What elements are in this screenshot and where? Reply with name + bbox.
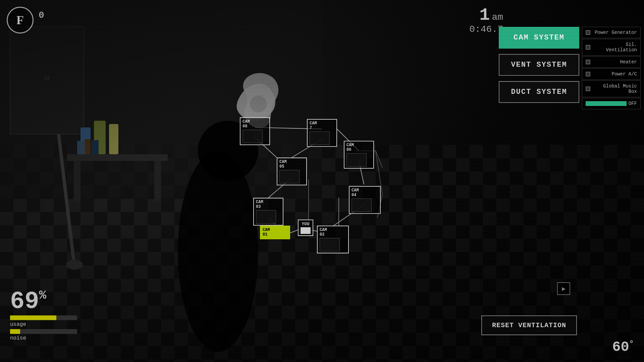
- cam-02-preview: [320, 238, 340, 251]
- off-bar: [586, 101, 627, 106]
- cam-04-preview: [352, 198, 372, 212]
- cam-04-node[interactable]: CAM04: [349, 186, 381, 214]
- off-label: OFF: [629, 101, 637, 106]
- cam-08-label: CAM08: [243, 119, 267, 129]
- cam-05-node[interactable]: CAM05: [277, 158, 307, 185]
- cam-02-node[interactable]: CAM02: [317, 226, 349, 253]
- bottom-stats: 69% usage noise: [10, 290, 77, 342]
- cam-04-label: CAM04: [352, 188, 378, 198]
- temperature-value: 60: [612, 339, 629, 355]
- cam-08-preview: [243, 130, 263, 143]
- duct-system-button[interactable]: DUCT SYSTEM: [499, 81, 579, 103]
- side-indicators: Power Generator Sil. Ventilation Heater …: [582, 27, 641, 109]
- cam-07-label: CAM7: [310, 121, 334, 131]
- global-music-box-indicator[interactable]: Global Music Box: [582, 80, 641, 97]
- percentage-value: 69: [10, 288, 39, 315]
- cam-system-button[interactable]: CAM SYSTEM: [499, 27, 579, 49]
- nav-arrow-right: ▶: [562, 286, 566, 292]
- time-hour: 1: [479, 7, 490, 24]
- you-marker: YOU: [298, 220, 313, 236]
- cam-03-node[interactable]: CAM03: [253, 198, 283, 226]
- noise-container: noise: [10, 329, 77, 341]
- heater-label: Heater: [592, 59, 637, 65]
- noise-label: noise: [10, 335, 77, 341]
- heater-dot: [586, 60, 590, 64]
- you-preview: [301, 227, 311, 234]
- cam-06-node[interactable]: CAM06: [344, 141, 374, 169]
- cam-07-preview: [310, 131, 330, 145]
- cam-01-node[interactable]: CAM01: [260, 226, 290, 239]
- power-ac-dot: [586, 72, 590, 76]
- system-buttons: CAM SYSTEM VENT SYSTEM DUCT SYSTEM: [499, 27, 579, 106]
- power-ac-label: Power A/C: [592, 71, 637, 77]
- logo-circle: F: [7, 7, 34, 34]
- vent-system-button[interactable]: VENT SYSTEM: [499, 54, 579, 76]
- cam-05-label: CAM05: [279, 160, 304, 169]
- top-counter: 0: [39, 10, 44, 20]
- cam-07-node[interactable]: CAM7: [307, 119, 337, 147]
- off-indicator[interactable]: OFF: [582, 98, 641, 109]
- percentage-display: 69%: [10, 290, 77, 314]
- percent-sign: %: [39, 289, 46, 302]
- temperature-display: 60°: [612, 339, 634, 355]
- power-ac-indicator[interactable]: Power A/C: [582, 68, 641, 80]
- power-generator-label: Power Generator: [592, 30, 637, 35]
- map-nav[interactable]: ▶: [557, 282, 570, 295]
- sil-ventilation-label: Sil. Ventilation: [592, 42, 637, 53]
- logo-area: F: [7, 7, 34, 34]
- power-generator-dot: [586, 30, 590, 35]
- usage-bar-fill: [10, 315, 56, 320]
- controls-area: CAM SYSTEM VENT SYSTEM DUCT SYSTEM Power…: [499, 27, 641, 109]
- cam-03-preview: [256, 210, 276, 224]
- cam-02-label: CAM02: [320, 228, 346, 237]
- global-music-box-dot: [586, 86, 590, 91]
- usage-bar-bg: [10, 315, 77, 320]
- cam-06-preview: [346, 153, 367, 167]
- sil-ventilation-indicator[interactable]: Sil. Ventilation: [582, 39, 641, 56]
- power-generator-indicator[interactable]: Power Generator: [582, 27, 641, 38]
- cam-08-node[interactable]: CAM08: [240, 117, 270, 145]
- global-music-box-label: Global Music Box: [592, 83, 637, 94]
- you-label: YOU: [301, 222, 311, 227]
- usage-label: usage: [10, 321, 77, 327]
- cam-03-label: CAM03: [256, 200, 281, 209]
- time-sub: 0:46.7: [469, 24, 503, 35]
- cam-05-preview: [279, 170, 300, 183]
- usage-container: usage: [10, 315, 77, 327]
- cam-01-label: CAM01: [263, 228, 287, 237]
- cam-06-label: CAM06: [346, 143, 371, 153]
- time-display: 1 am 0:46.7: [469, 7, 503, 35]
- noise-bar-bg: [10, 329, 77, 334]
- degree-symbol: °: [629, 339, 634, 348]
- logo-letter: F: [16, 13, 24, 27]
- sil-ventilation-dot: [586, 45, 590, 50]
- heater-indicator[interactable]: Heater: [582, 56, 641, 68]
- noise-bar-fill: [10, 329, 20, 334]
- cam-map: CAM08 CAM7 CAM06 CAM05 CAM04 CAM03 YOU C…: [215, 101, 423, 275]
- reset-ventilation-button[interactable]: RESET VENTILATION: [481, 315, 577, 335]
- time-suffix: am: [492, 12, 503, 22]
